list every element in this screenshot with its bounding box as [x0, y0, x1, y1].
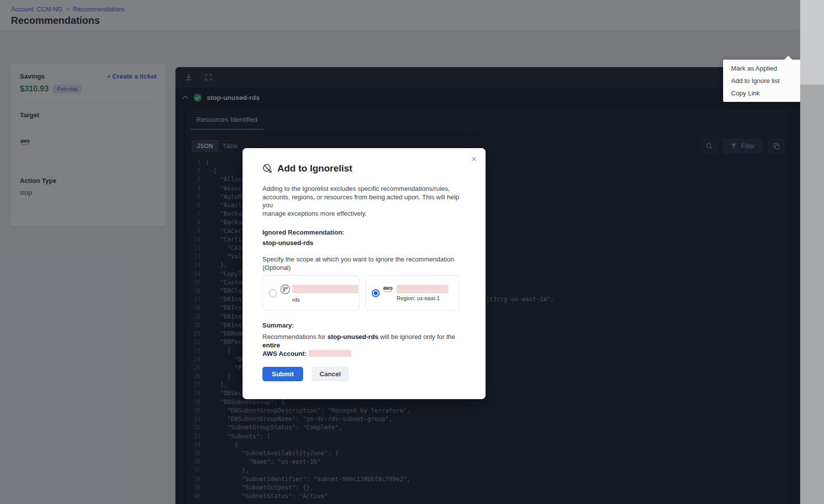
- summary-part: will be ignored only for the: [380, 333, 455, 340]
- scope-option-label: rds: [292, 297, 358, 303]
- description-line: Adding to the Ignorelist excludes specif…: [262, 185, 466, 193]
- aws-logo: aws: [383, 285, 395, 293]
- menu-item-copy-link[interactable]: Copy Link: [723, 87, 800, 99]
- scope-option-resource[interactable]: rds: [262, 275, 359, 311]
- radio-unselected[interactable]: [269, 289, 277, 297]
- summary-part: entire: [262, 341, 280, 349]
- redacted-resource-name: [292, 285, 358, 293]
- kebab-dropdown-menu: Mark as Applied Add to Ignore list Copy …: [723, 60, 800, 102]
- modal-description: Adding to the Ignorelist excludes specif…: [262, 185, 466, 218]
- radio-selected[interactable]: [372, 289, 380, 297]
- rds-service-icon: [280, 284, 291, 295]
- menu-item-mark-as-applied[interactable]: Mark as Applied: [723, 62, 800, 75]
- close-icon[interactable]: ×: [471, 154, 477, 164]
- summary-part: Recommendations for: [262, 333, 326, 340]
- summary-recommendation-name: stop-unused-rds: [328, 333, 379, 340]
- summary-part: AWS Account:: [262, 350, 307, 357]
- cancel-button[interactable]: Cancel: [312, 367, 349, 381]
- redacted-account-id: [397, 285, 448, 293]
- summary-text: Recommendations for stop-unused-rds will…: [262, 333, 466, 358]
- scope-option-aws-account[interactable]: aws Region: us-east-1: [365, 275, 460, 311]
- ignored-recommendation-label: Ignored Recommendation:: [262, 229, 466, 236]
- app-window: Account: CCM-NG > Recommendations Recomm…: [0, 0, 800, 504]
- redacted-account-id: [309, 350, 351, 357]
- menu-item-add-to-ignore-list[interactable]: Add to Ignore list: [723, 75, 800, 87]
- summary-label: Summary:: [262, 322, 466, 329]
- scope-label: Specify the scope at which you want to i…: [262, 255, 466, 272]
- ignored-recommendation-value: stop-unused-rds: [262, 239, 466, 247]
- window-right-gutter: [800, 0, 824, 504]
- modal-title: Add to Ignorelist: [277, 163, 352, 174]
- add-to-ignorelist-modal: × Add to Ignorelist Adding to the Ignore…: [243, 148, 486, 399]
- scope-label-line: Specify the scope at which you want to i…: [262, 255, 466, 264]
- submit-button[interactable]: Submit: [262, 367, 303, 381]
- ignore-icon: [262, 164, 272, 173]
- description-line: manage exceptions more effectively.: [262, 210, 466, 218]
- scope-option-label: Region: us-east-1: [397, 295, 448, 301]
- scope-label-line: (Optional): [262, 264, 466, 272]
- description-line: accounts, regions, or resources from bei…: [262, 193, 466, 210]
